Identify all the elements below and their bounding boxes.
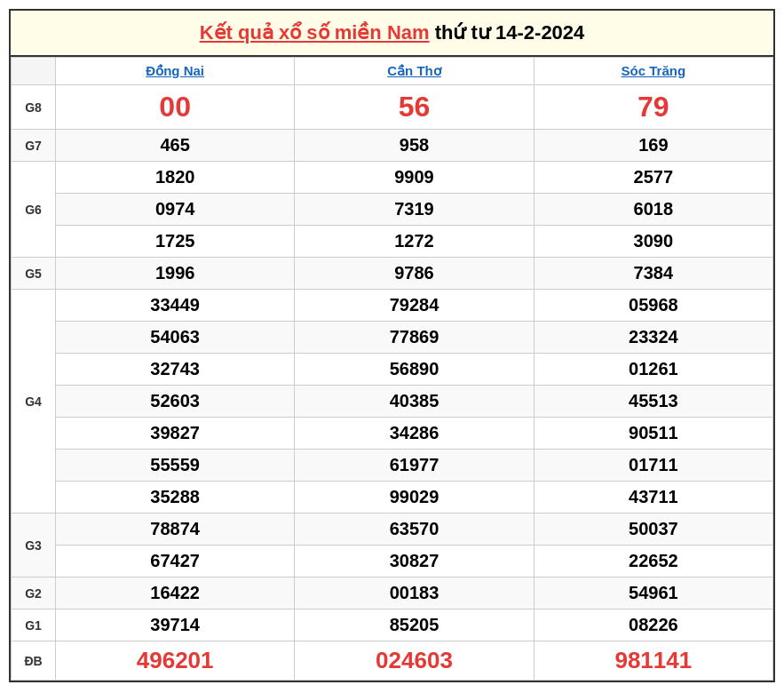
prize-value: 54063 [56, 322, 295, 354]
prize-value: 22652 [534, 546, 772, 578]
prize-value: 52603 [56, 386, 295, 418]
header-date-text: thứ tư 14-2-2024 [435, 21, 585, 44]
prize-value: 99029 [295, 482, 534, 514]
prize-value: 496201 [56, 641, 295, 681]
table-row: 327435689001261 [12, 354, 773, 386]
prize-value: 6018 [534, 194, 772, 226]
prize-label: G6 [12, 162, 56, 258]
prize-value: 0974 [56, 194, 295, 226]
main-container: Kết quả xổ số miền Nam thứ tư 14-2-2024 … [9, 9, 775, 682]
prize-value: 465 [56, 130, 295, 162]
table-row: G2164220018354961 [12, 578, 773, 609]
prize-value: 54961 [534, 578, 772, 609]
prize-value: 39827 [56, 418, 295, 450]
table-row: 674273082722652 [12, 546, 773, 578]
province-1[interactable]: Đồng Nai [146, 63, 204, 78]
prize-value: 2577 [534, 162, 772, 194]
prize-value: 35288 [56, 482, 295, 514]
prize-value: 958 [295, 130, 534, 162]
page-header: Kết quả xổ số miền Nam thứ tư 14-2-2024 [11, 11, 773, 57]
prize-value: 77869 [295, 322, 534, 354]
header-title-link[interactable]: Kết quả xổ số miền Nam [200, 21, 430, 44]
prize-value: 90511 [534, 418, 772, 450]
prize-value: 33449 [56, 290, 295, 322]
prize-value: 67427 [56, 546, 295, 578]
prize-value: 00 [56, 85, 295, 130]
prize-value: 32743 [56, 354, 295, 386]
prize-value: 05968 [534, 290, 772, 322]
header-col3: Sóc Trăng [534, 58, 772, 85]
table-row: 555596197701711 [12, 450, 773, 482]
table-row: 097473196018 [12, 194, 773, 226]
table-row: G8005679 [12, 85, 773, 130]
prize-value: 1272 [295, 226, 534, 258]
prize-value: 1996 [56, 258, 295, 290]
table-row: G4334497928405968 [12, 290, 773, 322]
prize-value: 7384 [534, 258, 772, 290]
prize-value: 34286 [295, 418, 534, 450]
prize-label: ĐB [12, 641, 56, 681]
prize-value: 55559 [56, 450, 295, 482]
prize-label: G1 [12, 609, 56, 641]
header-label-col [12, 58, 56, 85]
table-row: G3788746357050037 [12, 514, 773, 546]
prize-value: 43711 [534, 482, 772, 514]
prize-value: 30827 [295, 546, 534, 578]
results-table: Đồng Nai Cần Thơ Sóc Trăng G8005679G7465… [11, 57, 773, 681]
prize-value: 78874 [56, 514, 295, 546]
prize-value: 40385 [295, 386, 534, 418]
prize-value: 169 [534, 130, 772, 162]
prize-value: 981141 [534, 641, 772, 681]
prize-label: G4 [12, 290, 56, 514]
prize-value: 56890 [295, 354, 534, 386]
prize-label: G3 [12, 514, 56, 578]
prize-value: 3090 [534, 226, 772, 258]
prize-value: 61977 [295, 450, 534, 482]
prize-value: 85205 [295, 609, 534, 641]
prize-value: 1820 [56, 162, 295, 194]
prize-value: 01711 [534, 450, 772, 482]
prize-value: 23324 [534, 322, 772, 354]
prize-value: 16422 [56, 578, 295, 609]
prize-value: 9909 [295, 162, 534, 194]
header-col1: Đồng Nai [56, 58, 295, 85]
prize-value: 79284 [295, 290, 534, 322]
table-row: 352889902943711 [12, 482, 773, 514]
prize-value: 9786 [295, 258, 534, 290]
prize-value: 01261 [534, 354, 772, 386]
province-2[interactable]: Cần Thơ [387, 63, 441, 78]
table-row: G5199697867384 [12, 258, 773, 290]
prize-value: 63570 [295, 514, 534, 546]
table-row: 540637786923324 [12, 322, 773, 354]
prize-label: G5 [12, 258, 56, 290]
table-row: ĐB496201024603981141 [12, 641, 773, 681]
table-row: G1397148520508226 [12, 609, 773, 641]
table-row: 172512723090 [12, 226, 773, 258]
table-row: 526034038545513 [12, 386, 773, 418]
table-row: G6182099092577 [12, 162, 773, 194]
prize-value: 39714 [56, 609, 295, 641]
province-3[interactable]: Sóc Trăng [622, 63, 686, 78]
prize-value: 00183 [295, 578, 534, 609]
prize-value: 79 [534, 85, 772, 130]
prize-label: G7 [12, 130, 56, 162]
header-col2: Cần Thơ [295, 58, 534, 85]
table-row: G7465958169 [12, 130, 773, 162]
prize-label: G8 [12, 85, 56, 130]
prize-value: 1725 [56, 226, 295, 258]
prize-label: G2 [12, 578, 56, 609]
table-row: 398273428690511 [12, 418, 773, 450]
prize-value: 50037 [534, 514, 772, 546]
prize-value: 7319 [295, 194, 534, 226]
prize-value: 56 [295, 85, 534, 130]
prize-value: 08226 [534, 609, 772, 641]
prize-value: 45513 [534, 386, 772, 418]
prize-value: 024603 [295, 641, 534, 681]
table-header-row: Đồng Nai Cần Thơ Sóc Trăng [12, 58, 773, 85]
